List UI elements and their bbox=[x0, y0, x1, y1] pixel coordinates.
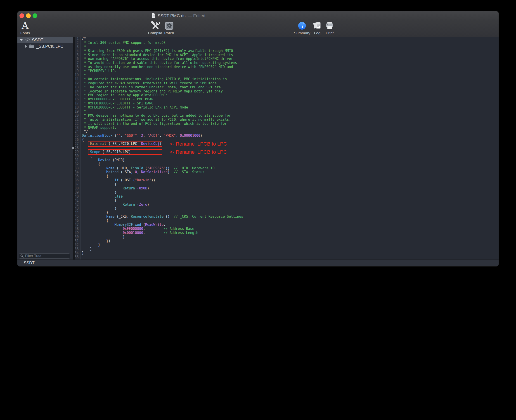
line-number: 7 bbox=[75, 61, 79, 65]
code-line: If (_OSI ("Darwin")) bbox=[82, 178, 499, 182]
code-line: DefinitionBlock ("", "SSDT", 2, "ACDT", … bbox=[82, 134, 499, 138]
line-number: 45 bbox=[75, 215, 79, 219]
summary-label: Summary bbox=[294, 31, 311, 35]
line-number: 2 bbox=[75, 41, 79, 45]
zoom-button[interactable] bbox=[33, 13, 37, 18]
code-line: * it will start in the end of PCI config… bbox=[82, 122, 499, 126]
code-line: } bbox=[82, 207, 499, 211]
summary-button[interactable]: i Summary bbox=[294, 21, 311, 35]
code-line: Memory32Fixed (ReadWrite, bbox=[82, 223, 499, 227]
annotation-note: <- Rename LPCB to LPC bbox=[170, 141, 227, 147]
line-number: 23 bbox=[75, 126, 79, 130]
code-line: } bbox=[82, 191, 499, 195]
log-button[interactable]: Log bbox=[313, 21, 322, 35]
annotation-note: <- Rename LPCB to LPC bbox=[170, 149, 227, 155]
line-number: 48 bbox=[75, 227, 79, 231]
sidebar-item-ssdt[interactable]: SSDT bbox=[17, 37, 73, 43]
minimize-button[interactable] bbox=[26, 13, 31, 18]
code-line: } bbox=[82, 247, 499, 251]
code-line: Return (Zero) bbox=[82, 203, 499, 207]
code-line: { bbox=[82, 219, 499, 223]
code-editor[interactable]: 1234567891011121314151617181920212223242… bbox=[75, 37, 499, 260]
line-number: 33 bbox=[75, 166, 79, 170]
disclosure-triangle-collapsed-icon[interactable] bbox=[25, 45, 27, 48]
line-number: 27 bbox=[75, 142, 79, 146]
line-number: 31 bbox=[75, 158, 79, 162]
filter-field[interactable] bbox=[19, 253, 70, 259]
home-icon bbox=[25, 38, 30, 42]
code-line: * NVRAM support. bbox=[82, 126, 499, 130]
disclosure-triangle-expanded-icon[interactable] bbox=[20, 39, 23, 41]
line-number: 32 bbox=[75, 162, 79, 166]
log-label: Log bbox=[314, 31, 320, 35]
title-edited-suffix: — Edited bbox=[187, 13, 205, 18]
code-line: { bbox=[82, 174, 499, 178]
log-documents-icon bbox=[313, 21, 322, 30]
line-number: 25 bbox=[75, 134, 79, 138]
line-number: 17 bbox=[75, 102, 79, 105]
fonts-label: Fonts bbox=[20, 31, 30, 35]
line-number: 26 bbox=[75, 138, 79, 142]
code-line: * faster initialisation. If we add it to… bbox=[82, 118, 499, 122]
code-line: * bbox=[82, 73, 499, 77]
line-number: 29 bbox=[75, 150, 79, 154]
line-number: 8 bbox=[75, 65, 79, 69]
title-bar: SSDT-PMC.dsl — Edited A Fonts Compile bbox=[17, 11, 499, 37]
print-button[interactable]: Print bbox=[325, 21, 334, 35]
line-number: 13 bbox=[75, 85, 79, 90]
code-line: ) bbox=[82, 235, 499, 239]
line-number: 1 bbox=[75, 37, 79, 41]
line-number: 22 bbox=[75, 122, 79, 126]
close-button[interactable] bbox=[19, 13, 24, 18]
fonts-a-icon: A bbox=[22, 21, 29, 30]
patch-button[interactable]: Patch bbox=[164, 21, 174, 35]
code-line: Return (0x0B) bbox=[82, 187, 499, 191]
compile-button[interactable]: Compile bbox=[148, 21, 162, 35]
line-number: 40 bbox=[75, 195, 79, 199]
code-line: Name (_HID, EisaId ("APP9876")) // _HID:… bbox=[82, 166, 499, 170]
code-lines: /* * Intel 300-series PMC support for ma… bbox=[82, 37, 499, 259]
code-line: * 0xFE000000~0xFE00FFFF - PMC MBAR bbox=[82, 98, 499, 102]
annotation-box bbox=[88, 141, 162, 147]
line-number: 47 bbox=[75, 223, 79, 227]
code-line: } bbox=[82, 251, 499, 255]
code-line bbox=[82, 255, 499, 259]
line-number: 15 bbox=[75, 93, 79, 98]
code-line: } bbox=[82, 243, 499, 247]
line-number: 6 bbox=[75, 57, 79, 61]
app-window: SSDT-PMC.dsl — Edited A Fonts Compile bbox=[17, 11, 499, 266]
window-title: SSDT-PMC.dsl — Edited bbox=[152, 11, 205, 20]
line-number: 54 bbox=[75, 251, 79, 255]
code-line: * PMC region is used by AppleIntelPCHPMC… bbox=[82, 93, 499, 98]
code-line: * The reason for this is rather unclear.… bbox=[82, 85, 499, 90]
line-number: 51 bbox=[75, 239, 79, 243]
status-selection-text: SSDT bbox=[24, 261, 35, 265]
line-number: 4 bbox=[75, 49, 79, 53]
line-number: 41 bbox=[75, 199, 79, 203]
line-number: 21 bbox=[75, 118, 79, 122]
line-number: 9 bbox=[75, 69, 79, 73]
line-number: 28 bbox=[75, 146, 79, 150]
line-number: 50 bbox=[75, 235, 79, 239]
code-line: * On certain implementations, including … bbox=[82, 77, 499, 81]
patch-label: Patch bbox=[164, 31, 174, 35]
code-line: * "PCHRESV" UID. bbox=[82, 69, 499, 73]
sidebar-item-label: SSDT bbox=[32, 38, 43, 43]
printer-icon bbox=[325, 21, 334, 30]
line-number: 5 bbox=[75, 53, 79, 57]
print-label: Print bbox=[326, 31, 334, 35]
patch-gear-icon bbox=[165, 21, 174, 30]
line-number: 35 bbox=[75, 174, 79, 178]
filter-bar bbox=[17, 252, 73, 260]
filter-tree-input[interactable] bbox=[25, 254, 72, 258]
status-bar: SSDT bbox=[17, 260, 499, 266]
code-line: * Intel 300-series PMC support for macOS bbox=[82, 41, 499, 45]
sidebar-item-sb-pci0-lpc[interactable]: _SB.PCI0.LPC bbox=[17, 43, 73, 50]
code-line: }) bbox=[82, 239, 499, 243]
line-number: 36 bbox=[75, 178, 79, 182]
fonts-button[interactable]: A Fonts bbox=[20, 21, 30, 35]
sidebar: SSDT _SB.PCI0.LPC bbox=[17, 37, 73, 260]
code-line: * Since there is no standard device for … bbox=[82, 53, 499, 57]
code-line: { bbox=[82, 162, 499, 166]
line-number: 10 bbox=[75, 73, 79, 77]
